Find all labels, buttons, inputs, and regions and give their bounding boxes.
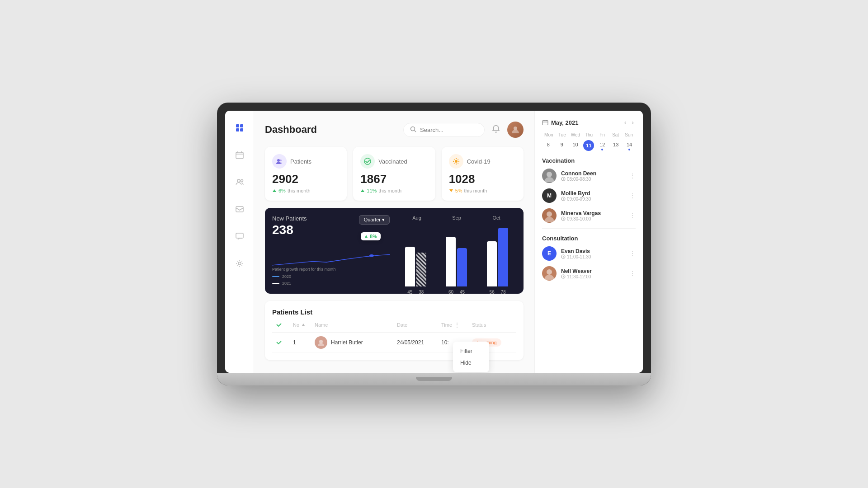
appt-options-mollie[interactable]: ⋮: [629, 192, 636, 199]
sidebar-item-messages[interactable]: [231, 228, 248, 244]
laptop-screen: Dashboard: [225, 111, 643, 373]
calendar-prev-button[interactable]: ‹: [623, 118, 628, 127]
bar-label-aug: Aug: [399, 215, 435, 221]
stat-card-patients: Patients 2902 6% this month: [265, 147, 347, 201]
bell-icon[interactable]: [492, 125, 500, 135]
patients-value: 2902: [272, 172, 340, 186]
svg-rect-11: [236, 233, 243, 238]
table-header: No Name Date Time ⋮ Status: [272, 321, 516, 333]
svg-point-40: [547, 269, 552, 275]
appt-options-evan[interactable]: ⋮: [629, 250, 636, 257]
chart-value: 238: [272, 223, 307, 237]
calendar-month: May, 2021: [542, 119, 578, 126]
appt-avatar-evan: E: [542, 246, 557, 261]
chart-section: New Patients 238 Quarter ▾ 8%: [265, 208, 524, 294]
sidebar-item-calendar[interactable]: [231, 147, 248, 163]
patients-change: 6% this month: [272, 188, 340, 193]
calendar-header: May, 2021 ‹ ›: [542, 118, 636, 127]
main-header: Dashboard: [265, 122, 524, 138]
bar-group-aug: 45 38: [405, 247, 426, 286]
covid-change-pct: 5%: [455, 188, 462, 193]
filter-option-filter[interactable]: Filter: [453, 345, 489, 357]
line-chart-area: New Patients 238 Quarter ▾ 8%: [272, 215, 390, 286]
appt-name-mollie: Mollie Byrd: [561, 190, 625, 197]
td-no: 1: [293, 339, 311, 346]
cal-day-8[interactable]: 8: [542, 140, 555, 151]
svg-point-17: [280, 160, 282, 161]
cal-day-wed: Wed: [569, 132, 582, 137]
appt-info-connon: Connon Deen 08:00-08:30: [561, 170, 625, 182]
cal-day-fri: Fri: [595, 132, 609, 137]
bar-chart-labels: Aug Sep Oct: [397, 215, 516, 221]
filter-option-hide[interactable]: Hide: [453, 357, 489, 369]
sidebar-item-settings[interactable]: [231, 255, 248, 272]
patients-change-pct: 6%: [278, 188, 286, 193]
appt-avatar-minerva: [542, 208, 557, 223]
right-panel: May, 2021 ‹ › Mon Tue Wed Thu Fri Sat Su…: [534, 111, 643, 373]
sidebar-item-users[interactable]: [231, 174, 248, 190]
appt-name-minerva: Minerva Vargas: [561, 210, 625, 216]
svg-line-14: [415, 130, 416, 132]
svg-rect-2: [236, 128, 239, 131]
sidebar-item-dashboard[interactable]: [231, 120, 248, 136]
avatar[interactable]: [507, 122, 524, 138]
appt-time-minerva: 09:30-10:00: [561, 216, 625, 221]
appt-time-nell: 11:30-12:00: [561, 274, 625, 279]
main-content: Dashboard: [254, 111, 534, 373]
covid-value: 1028: [449, 172, 516, 186]
consultation-title: Consultation: [542, 235, 636, 242]
cal-day-11-today[interactable]: 11: [583, 140, 594, 151]
th-time: Time ⋮: [441, 321, 468, 328]
patients-change-text: this month: [288, 188, 311, 193]
svg-point-15: [514, 127, 517, 130]
th-status: Status: [472, 322, 513, 328]
cal-day-10[interactable]: 10: [569, 140, 582, 151]
search-input[interactable]: [420, 127, 478, 133]
vaccinated-change: 11% this month: [360, 188, 428, 193]
vaccinated-value: 1867: [360, 172, 428, 186]
appt-time-evan: 11:00-11:30: [561, 254, 625, 259]
bar-label-sep: Sep: [439, 215, 475, 221]
appt-options-connon[interactable]: ⋮: [629, 172, 636, 179]
svg-point-22: [453, 161, 453, 162]
appt-info-minerva: Minerva Vargas 09:30-10:00: [561, 210, 625, 221]
appt-options-minerva[interactable]: ⋮: [629, 212, 636, 219]
calendar-next-button[interactable]: ›: [630, 118, 636, 127]
appt-connon-deen: Connon Deen 08:00-08:30 ⋮: [542, 169, 636, 183]
stat-card-vaccinated: Vaccinated 1867 11% this month: [353, 147, 435, 201]
bar-oct-blue: 78: [498, 228, 508, 286]
stat-cards: Patients 2902 6% this month: [265, 147, 524, 201]
cal-day-9[interactable]: 9: [556, 140, 568, 151]
th-name: Name: [315, 322, 393, 328]
bar-group-sep: 60 45: [446, 237, 467, 286]
appt-info-nell: Nell Weaver 11:30-12:00: [561, 268, 625, 279]
cal-day-14[interactable]: 14: [623, 140, 636, 151]
bar-aug-hatched: 38: [416, 253, 426, 286]
time-options-icon[interactable]: ⋮: [454, 321, 460, 328]
svg-point-21: [455, 164, 456, 164]
section-divider: [542, 228, 636, 229]
td-date: 24/05/2021: [397, 339, 438, 346]
th-no: No: [293, 322, 311, 328]
patients-label: Patients: [290, 158, 311, 165]
svg-point-13: [411, 127, 415, 131]
svg-point-19: [455, 160, 458, 163]
covid-change: 5% this month: [449, 188, 516, 193]
appt-options-nell[interactable]: ⋮: [629, 270, 636, 277]
cal-day-13[interactable]: 13: [609, 140, 622, 151]
svg-point-9: [241, 180, 243, 182]
quarter-button[interactable]: Quarter ▾: [359, 215, 390, 225]
appt-time-mollie: 09:00-09:30: [561, 197, 625, 202]
calendar-days: 8 9 10 11 12 13 14: [542, 140, 636, 151]
search-box[interactable]: [403, 123, 485, 137]
calendar-day-headers: Mon Tue Wed Thu Fri Sat Sun: [542, 132, 636, 137]
patients-icon: [272, 154, 287, 169]
cal-day-thu: Thu: [582, 132, 596, 137]
svg-point-23: [458, 161, 459, 162]
sidebar-item-inbox[interactable]: [231, 201, 248, 217]
svg-point-26: [453, 163, 454, 164]
cal-day-12[interactable]: 12: [596, 140, 609, 151]
svg-point-16: [277, 159, 280, 162]
chart-legend: Patient growth report for this month 202…: [272, 266, 336, 286]
appt-avatar-nell: [542, 266, 557, 281]
